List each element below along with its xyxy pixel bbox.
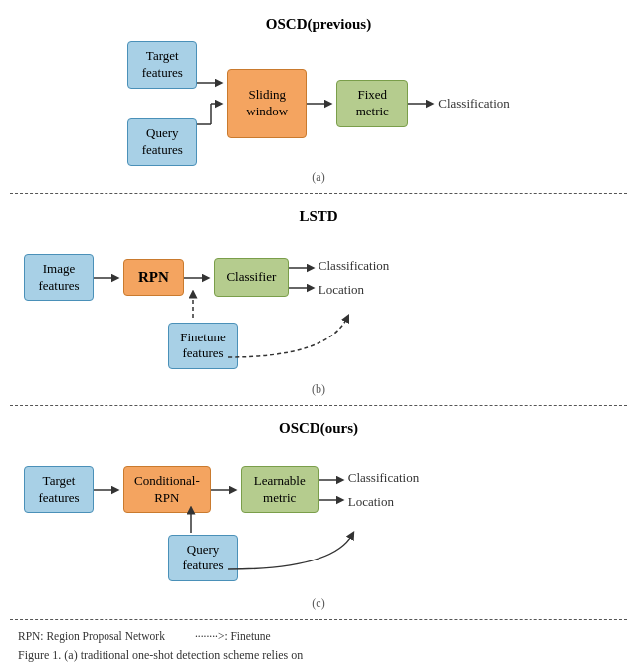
main-container: OSCD(previous) Target features Query fea… <box>0 0 637 672</box>
box-learnable-c: Learnable metric <box>241 466 318 514</box>
section-c-title: OSCD(ours) <box>14 420 623 437</box>
dashed-curve-finetune-classifier <box>188 298 397 377</box>
rpn-note: RPN: Region Proposal Network <box>18 630 165 642</box>
caption-a: (a) <box>14 170 623 185</box>
arrow-image-rpn <box>94 263 123 293</box>
caption-b: (b) <box>14 382 623 397</box>
label-location-c: Location <box>348 494 420 510</box>
section-a: OSCD(previous) Target features Query fea… <box>10 8 627 194</box>
section-b: LSTD Image features RPN <box>10 200 627 406</box>
arrow-to-sliding <box>197 69 227 138</box>
solid-curve-query-learnable <box>188 510 402 589</box>
label-classification-b: Classification <box>318 258 390 274</box>
box-sliding: Sliding window <box>227 69 307 138</box>
label-classification-a: Classification <box>438 96 510 112</box>
label-location-b: Location <box>318 282 390 298</box>
section-a-title: OSCD(previous) <box>14 16 623 33</box>
arrow-to-fixed <box>307 89 336 118</box>
footer-notes: RPN: Region Proposal Network ········>: … <box>10 626 627 646</box>
box-image-b: Image features <box>24 254 94 302</box>
arrow-to-classification-a <box>408 89 438 118</box>
box-fixed-metric: Fixed metric <box>336 80 408 127</box>
arrow-note: ········>: Finetune <box>195 630 271 642</box>
figure-caption: Figure 1. (a) traditional one-shot detec… <box>10 646 627 665</box>
box-query-a: Query features <box>127 118 197 166</box>
arrow-learnable-output-c <box>318 465 348 515</box>
box-target-c: Target features <box>24 466 94 514</box>
box-target-a: Target features <box>127 41 197 89</box>
caption-c: (c) <box>14 596 623 611</box>
label-classification-c: Classification <box>348 470 420 486</box>
section-b-title: LSTD <box>14 208 623 225</box>
section-c: OSCD(ours) Target features Conditional- … <box>10 412 627 620</box>
arrow-target-rpn-c <box>94 475 123 505</box>
arrow-classifier-output <box>289 253 318 303</box>
